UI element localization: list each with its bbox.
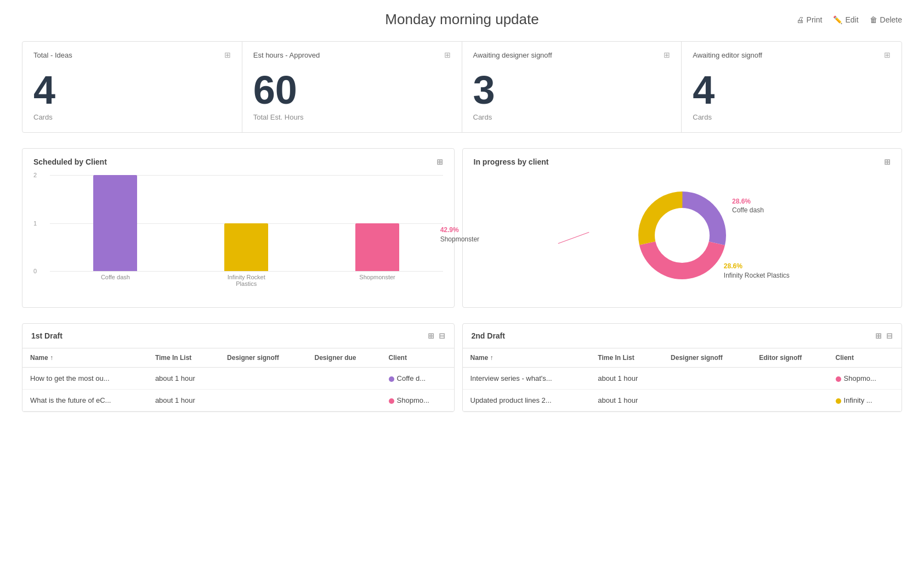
table1-client-1: Shopmo... [381,390,454,412]
bar-x-label-2: Shopmonster [350,274,405,287]
donut-segment-0 [682,191,726,245]
table2-col-header: Name ↑ [463,348,591,368]
table1-col-header: Client [381,348,454,368]
stat-total-ideas: Total - Ideas ⊞ 4 Cards [22,42,242,132]
donut-chart-card: In progress by client ⊞ 28.6%Coffe dash4… [462,148,903,308]
stat-label-3: Cards [693,113,891,121]
tables-row: 1st Draft ⊞ ⊟ Name ↑Time In ListDesigner… [22,323,902,412]
table1-name-0: How to get the most ou... [22,368,148,390]
bar-chart-title: Scheduled by Client [33,157,107,166]
table-row: Updated product lines 2... about 1 hour … [463,390,902,412]
edit-button[interactable]: ✏️ Edit [833,15,858,24]
external-link-icon-1[interactable]: ⊞ [444,50,451,59]
bar-1 [224,223,268,272]
bar-chart-card: Scheduled by Client ⊞ 012Coffe dashInfin… [22,148,455,308]
print-icon: 🖨 [796,15,804,24]
stat-title-1: Est hours - Approved [253,51,320,59]
table2-time-0: about 1 hour [590,368,663,390]
table-row: How to get the most ou... about 1 hour C… [22,368,454,390]
header-actions: 🖨 Print ✏️ Edit 🗑 Delete [796,15,902,24]
table1-time-0: about 1 hour [148,368,219,390]
edit-icon: ✏️ [833,15,842,24]
table1-designer-signoff-1 [219,390,307,412]
table1-time-1: about 1 hour [148,390,219,412]
table1-col-header: Time In List [148,348,219,368]
bar-2 [355,223,399,272]
table-card-1st-draft: 1st Draft ⊞ ⊟ Name ↑Time In ListDesigner… [22,323,455,412]
donut-chart-area: 28.6%Coffe dash42.9%Shopmonster28.6%Infi… [474,175,891,296]
table2-title: 2nd Draft [472,331,505,340]
table1-client-0: Coffe d... [381,368,454,390]
stats-row: Total - Ideas ⊞ 4 Cards Est hours - Appr… [22,41,902,133]
stat-label-1: Total Est. Hours [253,113,451,121]
page-header: Monday morning update 🖨 Print ✏️ Edit 🗑 … [22,11,902,28]
table1: Name ↑Time In ListDesigner signoffDesign… [22,348,454,412]
stat-title-2: Awaiting designer signoff [473,51,552,59]
table-card-2nd-draft: 2nd Draft ⊞ ⊟ Name ↑Time In ListDesigner… [462,323,903,412]
bar-0 [93,175,137,271]
table2-time-1: about 1 hour [590,390,663,412]
donut-connector-shopmonster [558,232,589,244]
stat-number-1: 60 [253,70,451,110]
donut-svg [622,175,742,296]
bar-chart-area: 012Coffe dashInfinity Rocket PlasticsSho… [33,175,443,298]
external-link-icon-3[interactable]: ⊞ [884,50,891,59]
external-link-icon-donut[interactable]: ⊞ [884,157,891,166]
bar-group-1 [224,223,268,272]
table2-client-1: Infinity ... [828,390,902,412]
external-link-icon-2[interactable]: ⊞ [664,50,670,59]
donut-chart-title: In progress by client [474,157,549,166]
bar-group-2 [355,223,399,272]
table2-editor-signoff-1 [751,390,827,412]
table1-col-header: Designer due [307,348,381,368]
table2-grid-icon[interactable]: ⊞ [875,331,882,340]
table2-external-icon[interactable]: ⊟ [886,331,893,340]
table1-col-header: Designer signoff [219,348,307,368]
stat-title-3: Awaiting editor signoff [693,51,762,59]
donut-segment-2 [638,191,683,245]
table2-col-header: Client [828,348,902,368]
table2-col-header: Editor signoff [751,348,827,368]
print-button[interactable]: 🖨 Print [796,15,823,24]
delete-icon: 🗑 [870,15,877,24]
external-link-icon-bar[interactable]: ⊞ [437,157,443,166]
table-external-icon[interactable]: ⊟ [439,331,445,340]
table-row: Interview series - what's... about 1 hou… [463,368,902,390]
table2: Name ↑Time In ListDesigner signoffEditor… [463,348,902,412]
stat-label-0: Cards [33,113,231,121]
bar-x-label-1: Infinity Rocket Plastics [219,274,274,287]
table1-designer-due-0 [307,368,381,390]
bar-group-0 [93,175,137,271]
table2-editor-signoff-0 [751,368,827,390]
table1-name-1: What is the future of eC... [22,390,148,412]
table2-name-1: Updated product lines 2... [463,390,591,412]
external-link-icon-0[interactable]: ⊞ [224,50,231,59]
donut-label-1: 42.9%Shopmonster [440,226,479,244]
table2-name-0: Interview series - what's... [463,368,591,390]
stat-number-0: 4 [33,70,231,110]
table1-designer-signoff-0 [219,368,307,390]
stat-number-3: 4 [693,70,891,110]
stat-designer-signoff: Awaiting designer signoff ⊞ 3 Cards [462,42,682,132]
charts-row: Scheduled by Client ⊞ 012Coffe dashInfin… [22,148,902,308]
bar-x-label-0: Coffe dash [88,274,143,287]
stat-number-2: 3 [473,70,671,110]
stat-est-hours: Est hours - Approved ⊞ 60 Total Est. Hou… [242,42,462,132]
delete-button[interactable]: 🗑 Delete [870,15,902,24]
table2-client-0: Shopmo... [828,368,902,390]
table2-designer-signoff-0 [663,368,751,390]
stat-label-2: Cards [473,113,671,121]
table1-col-header: Name ↑ [22,348,148,368]
donut-segment-1 [639,241,725,279]
page-title: Monday morning update [385,11,538,28]
table-grid-icon[interactable]: ⊞ [428,331,434,340]
table-row: What is the future of eC... about 1 hour… [22,390,454,412]
table1-title: 1st Draft [31,331,63,340]
table2-designer-signoff-1 [663,390,751,412]
table2-col-header: Time In List [590,348,663,368]
table2-col-header: Designer signoff [663,348,751,368]
table1-designer-due-1 [307,390,381,412]
stat-editor-signoff: Awaiting editor signoff ⊞ 4 Cards [682,42,902,132]
stat-title-0: Total - Ideas [33,51,72,59]
